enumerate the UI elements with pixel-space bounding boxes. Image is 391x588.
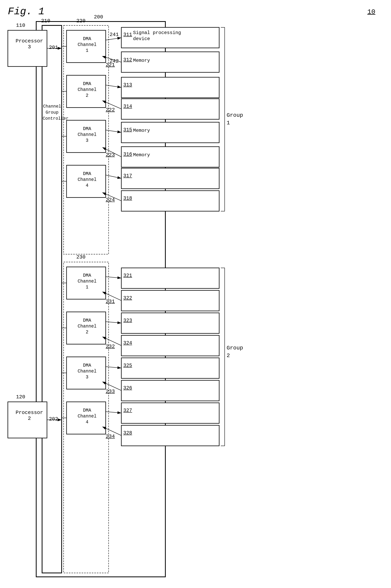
dev-312-label: Memory	[133, 58, 150, 63]
svg-line-44	[106, 412, 121, 413]
svg-line-32	[106, 85, 121, 87]
dev-311-label: Signal processingdevice	[133, 30, 181, 42]
ref-210: 210	[41, 18, 50, 24]
dma-g2-ch2-label: DMAChannel2	[69, 318, 106, 335]
ref-221: 221	[106, 62, 115, 68]
proc3-conn-ref: 201	[49, 45, 58, 50]
group2-label: Group2	[227, 344, 243, 360]
ref-220: 220	[76, 18, 86, 24]
ref-241: 241	[109, 32, 119, 38]
svg-rect-25	[121, 335, 219, 356]
dev-321-ref: 321	[123, 273, 132, 279]
ref-230: 230	[76, 254, 86, 260]
proc3-label: Processor3	[11, 38, 48, 50]
dev-325-ref: 325	[123, 363, 132, 368]
ref-233: 233	[106, 388, 115, 394]
dma-g1-ch2-label: DMAChannel2	[69, 81, 106, 99]
dev-316-label: Memory	[133, 152, 150, 158]
svg-rect-20	[121, 168, 219, 189]
svg-line-40	[106, 322, 121, 323]
dma-g1-ch3-label: DMAChannel3	[69, 126, 106, 144]
svg-rect-27	[121, 380, 219, 401]
dev-315-ref: 315	[123, 127, 132, 133]
dma-g2-ch4-label: DMAChannel4	[69, 408, 106, 425]
dma-g2-ch1-label: DMAChannel1	[69, 273, 106, 290]
svg-rect-28	[121, 403, 219, 423]
svg-line-30	[106, 38, 121, 40]
dev-317-ref: 317	[123, 173, 132, 179]
dev-315-label: Memory	[133, 128, 150, 133]
svg-line-36	[106, 175, 121, 178]
svg-rect-24	[121, 313, 219, 333]
svg-rect-22	[121, 268, 219, 289]
ref-222: 222	[106, 107, 115, 113]
svg-rect-17	[121, 99, 219, 119]
cgc-label: ChannelGroupController	[43, 104, 61, 122]
dev-311-ref: 311	[123, 32, 132, 38]
dma-g1-ch1-label: DMAChannel1	[69, 36, 106, 54]
dev-322-ref: 322	[123, 295, 132, 301]
ref-223: 223	[106, 152, 115, 158]
dev-318-ref: 318	[123, 196, 132, 201]
dma-g2-ch3-label: DMAChannel3	[69, 363, 106, 380]
svg-line-38	[106, 277, 121, 278]
proc2-conn-ref: 202	[49, 416, 58, 422]
dev-316-ref: 316	[123, 151, 132, 157]
svg-rect-23	[121, 290, 219, 311]
ref-231: 231	[106, 298, 115, 304]
svg-rect-29	[121, 425, 219, 446]
svg-rect-21	[121, 191, 219, 211]
proc2-label: Processor2	[11, 410, 48, 421]
dev-327-ref: 327	[123, 408, 132, 413]
ref-224: 224	[106, 197, 115, 203]
dev-326-ref: 326	[123, 385, 132, 391]
dev-314-ref: 314	[123, 104, 132, 109]
dev-312-ref: 312	[123, 57, 132, 63]
dma-g1-ch4-label: DMAChannel4	[69, 171, 106, 189]
svg-line-42	[106, 367, 121, 368]
ref-232: 232	[106, 344, 115, 350]
proc2-ref: 120	[16, 394, 25, 400]
svg-rect-26	[121, 358, 219, 378]
dev-328-ref: 328	[123, 430, 132, 436]
svg-rect-16	[121, 77, 219, 98]
ref-200: 200	[94, 14, 103, 20]
dev-313-ref: 313	[123, 82, 132, 88]
group1-label: Group1	[227, 111, 243, 127]
proc3-ref: 110	[16, 22, 25, 28]
system-ref: 10	[367, 8, 375, 16]
svg-line-34	[106, 130, 121, 132]
ref-234: 234	[106, 434, 115, 440]
dev-323-ref: 323	[123, 318, 132, 323]
dev-324-ref: 324	[123, 340, 132, 346]
figure-title: Fig. 1	[8, 6, 44, 17]
